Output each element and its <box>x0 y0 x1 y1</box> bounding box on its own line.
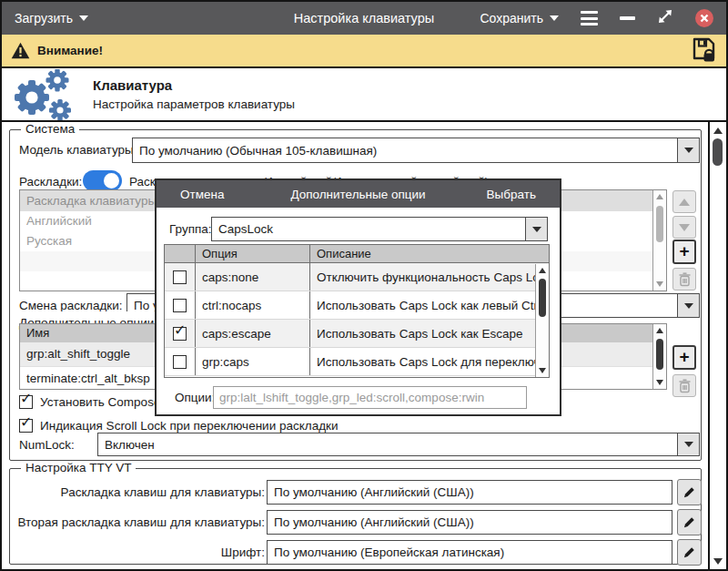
table-row[interactable]: caps:none Отключить функциональность Cap… <box>165 263 549 291</box>
tty-layout2-field[interactable]: По умолчанию (Английский (США)) <box>267 510 672 535</box>
option-cell: grp:caps <box>196 348 310 375</box>
scrolllock-checkbox-row[interactable]: ✓ Индикация Scroll Lock при переключении… <box>19 419 338 433</box>
checkbox-checked-icon[interactable]: ✓ <box>19 395 33 409</box>
close-icon <box>700 14 709 23</box>
save-file-button[interactable] <box>693 36 717 66</box>
scroll-up-icon[interactable] <box>539 268 546 273</box>
scroll-up-icon[interactable] <box>656 194 663 199</box>
layout-switch-label: Смена раскладки: <box>19 299 123 312</box>
page-title: Клавиатура <box>93 77 295 93</box>
option-cell: caps:none <box>196 263 310 291</box>
move-layout-down-button[interactable] <box>672 216 696 239</box>
warning-bar: Внимание! <box>2 35 726 68</box>
save-menu-button[interactable]: Сохранить <box>480 11 559 25</box>
trash-icon <box>678 272 692 287</box>
main-content: Система Модель клавиатуры: По умолчанию … <box>2 122 726 570</box>
load-menu-button[interactable]: Загрузить <box>15 11 88 25</box>
keyboard-settings-gears-icon <box>9 69 76 120</box>
dialog-cancel-button[interactable]: Отмена <box>180 188 224 201</box>
keyboard-model-select[interactable]: По умолчанию (Обычная 105-клавишная) <box>132 138 700 163</box>
options-select-table: Опция Описание caps:none Отключить функц… <box>164 244 550 378</box>
numlock-label: NumLock: <box>19 438 75 452</box>
warning-text: Внимание! <box>37 44 103 57</box>
maximize-button[interactable] <box>657 8 673 28</box>
plus-icon: + <box>679 242 689 260</box>
compose-checkbox-row[interactable]: ✓ Установить Compose <box>19 395 160 409</box>
tty-font-edit-button[interactable] <box>677 539 702 566</box>
scroll-down-icon[interactable] <box>539 368 546 373</box>
group-select[interactable]: CapsLock <box>211 217 548 241</box>
tty-group: Настройка TTY VT Раскладка клавиш для кл… <box>9 468 702 565</box>
delete-layout-button[interactable] <box>672 268 696 291</box>
warning-icon <box>11 42 30 59</box>
dialog-header: Дополнительные опции Отмена Выбрать <box>157 180 560 208</box>
chevron-down-icon <box>550 15 559 21</box>
scrollbar-thumb[interactable] <box>656 339 663 370</box>
page-subtitle: Настройка параметров клавиатуры <box>93 97 295 111</box>
checkbox-icon[interactable] <box>173 299 187 312</box>
tty-group-legend: Настройка TTY VT <box>21 461 136 474</box>
description-cell: Использовать Caps Lock как левый Ctrl <box>310 291 549 319</box>
pencil-icon <box>682 485 696 499</box>
checkbox-icon[interactable] <box>173 355 187 369</box>
hamburger-menu-icon[interactable] <box>581 11 598 25</box>
tty-font-field[interactable]: По умолчанию (Европейская латинская) <box>267 540 672 565</box>
scroll-down-icon[interactable] <box>656 281 663 287</box>
pencil-icon <box>682 515 696 529</box>
numlock-value: Включен <box>98 438 677 452</box>
add-layout-button[interactable]: + <box>672 240 696 264</box>
scrollbar-thumb[interactable] <box>539 279 546 317</box>
table-row[interactable]: grp:caps Использовать Caps Lock для пере… <box>165 348 549 376</box>
checkbox-checked-icon[interactable]: ✓ <box>173 327 187 341</box>
toggle-knob <box>102 171 121 190</box>
tty-font-label: Шрифт: <box>14 546 265 559</box>
minimize-icon <box>620 16 635 20</box>
scroll-down-icon[interactable] <box>713 558 723 565</box>
minimize-button[interactable] <box>620 16 635 20</box>
trash-icon <box>678 379 692 393</box>
dialog-table-scrollbar[interactable] <box>535 264 549 377</box>
dropdown-arrow-icon <box>677 433 699 455</box>
tty-layout2-edit-button[interactable] <box>677 509 702 535</box>
numlock-select[interactable]: Включен <box>97 433 700 456</box>
description-column-header: Описание <box>310 245 549 262</box>
option-cell: caps:escape <box>196 320 310 347</box>
scroll-up-icon[interactable] <box>713 127 723 134</box>
table-row[interactable]: ctrl:nocaps Использовать Caps Lock как л… <box>165 291 549 320</box>
scroll-down-icon[interactable] <box>656 380 663 385</box>
layouts-label: Раскладки: <box>19 175 82 189</box>
checkbox-icon[interactable] <box>173 270 187 284</box>
chevron-down-icon <box>79 15 88 21</box>
scrollbar-thumb[interactable] <box>713 138 723 166</box>
close-button[interactable] <box>695 9 713 27</box>
scrollbar-thumb[interactable] <box>656 206 663 242</box>
tty-layout-edit-button[interactable] <box>677 479 702 505</box>
keyboard-model-value: По умолчанию (Обычная 105-клавишная) <box>133 144 677 158</box>
plus-icon: + <box>679 348 689 365</box>
tty-layout-field[interactable]: По умолчанию (Английский (США)) <box>267 480 672 505</box>
layouts-list-scrollbar[interactable] <box>652 190 666 291</box>
layouts-toggle[interactable] <box>83 170 122 191</box>
options-input[interactable] <box>213 386 527 409</box>
option-column-header: Опция <box>196 245 310 262</box>
main-scrollbar[interactable] <box>708 122 726 570</box>
table-header-row: Опция Описание <box>165 245 549 263</box>
scrolllock-checkbox-label: Индикация Scroll Lock при переключении р… <box>40 419 338 433</box>
dropdown-arrow-icon <box>677 294 699 317</box>
arrow-up-icon <box>679 199 690 206</box>
group-label: Группа: <box>169 222 212 236</box>
dialog-select-button[interactable]: Выбрать <box>487 188 536 201</box>
move-layout-up-button[interactable] <box>672 190 696 213</box>
scroll-up-icon[interactable] <box>656 328 663 333</box>
additional-options-dialog: Дополнительные опции Отмена Выбрать Груп… <box>155 178 561 416</box>
delete-option-button[interactable] <box>672 374 696 397</box>
tty-layout-label: Раскладка клавиш для клавиатуры: <box>14 485 265 499</box>
table-row[interactable]: ✓ caps:escape Использовать Caps Lock как… <box>165 320 549 348</box>
options-table-scrollbar[interactable] <box>652 324 666 389</box>
description-cell: Использовать Caps Lock для переключения <box>310 348 549 375</box>
description-cell: Отключить функциональность Caps Lock <box>310 263 549 291</box>
checkbox-checked-icon[interactable]: ✓ <box>19 419 33 433</box>
pencil-icon <box>682 546 696 559</box>
add-option-button[interactable]: + <box>672 345 696 370</box>
dropdown-arrow-icon <box>525 218 547 240</box>
